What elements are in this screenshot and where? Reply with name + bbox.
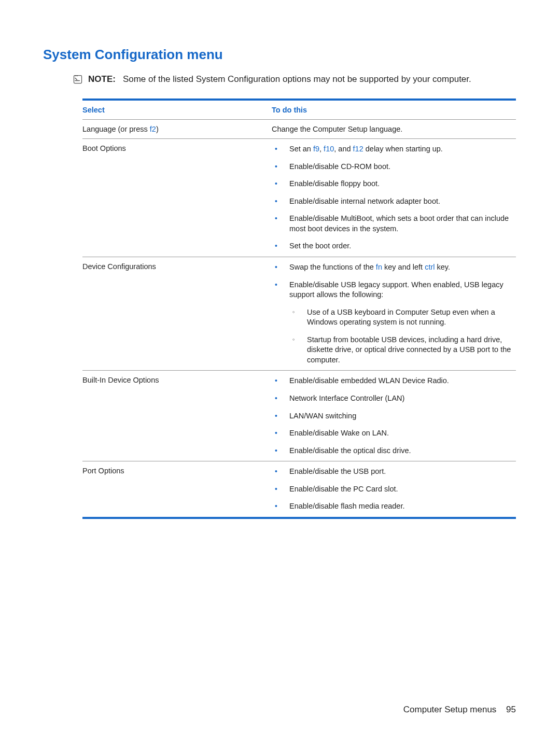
list-item: Enable/disable MultiBoot, which sets a b… [272,214,516,234]
kbd-key: fn [376,263,382,271]
list-item: Enable/disable the USB port. [272,467,516,477]
table-row: Boot OptionsSet an f9, f10, and f12 dela… [82,139,516,257]
table-row: Built-In Device OptionsEnable/disable em… [82,371,516,461]
select-cell: Port Options [82,461,272,518]
page-number: 95 [506,705,516,714]
footer-text: Computer Setup menus [403,705,497,714]
list-item: Enable/disable the optical disc drive. [272,446,516,456]
col-select: Select [82,100,272,120]
list-item: Enable/disable the PC Card slot. [272,484,516,495]
list-item: Set the boot order. [272,241,516,251]
page-heading: System Configuration menu [43,47,516,63]
config-table: Select To do this Language (or press f2)… [82,99,516,519]
note-label: NOTE: [88,74,116,85]
kbd-key: f2 [150,125,156,133]
table-row: Device ConfigurationsSwap the functions … [82,257,516,371]
bullet-list: Set an f9, f10, and f12 delay when start… [272,144,516,251]
list-item: Enable/disable floppy boot. [272,179,516,189]
kbd-key: f12 [353,145,363,153]
todo-cell: Set an f9, f10, and f12 delay when start… [272,139,516,257]
sub-list: Use of a USB keyboard in Computer Setup … [289,307,516,366]
note-icon [73,74,84,87]
select-cell: Boot Options [82,139,272,257]
todo-cell: Enable/disable embedded WLAN Device Radi… [272,371,516,461]
kbd-key: f9 [313,145,319,153]
bullet-list: Enable/disable the USB port.Enable/disab… [272,467,516,512]
sub-list-item: Use of a USB keyboard in Computer Setup … [289,307,516,328]
table-row: Port OptionsEnable/disable the USB port.… [82,461,516,518]
todo-cell: Change the Computer Setup language. [272,120,516,139]
note-text: Some of the listed System Configuration … [123,74,471,85]
select-cell: Device Configurations [82,257,272,371]
list-item: LAN/WAN switching [272,411,516,421]
list-item: Enable/disable internal network adapter … [272,196,516,207]
todo-cell: Enable/disable the USB port.Enable/disab… [272,461,516,518]
kbd-key: ctrl [425,263,435,271]
note-callout: NOTE: Some of the listed System Configur… [73,74,516,87]
list-item: Enable/disable Wake on LAN. [272,428,516,439]
select-cell: Language (or press f2) [82,120,272,139]
list-item: Enable/disable flash media reader. [272,501,516,512]
list-item: Enable/disable CD-ROM boot. [272,162,516,172]
list-item: Set an f9, f10, and f12 delay when start… [272,144,516,154]
list-item: Swap the functions of the fn key and lef… [272,262,516,273]
select-cell: Built-In Device Options [82,371,272,461]
list-item: Network Interface Controller (LAN) [272,393,516,404]
col-todo: To do this [272,100,516,120]
list-item: Enable/disable embedded WLAN Device Radi… [272,376,516,386]
page-footer: Computer Setup menus 95 [403,705,516,715]
svg-rect-0 [74,76,82,83]
list-item: Enable/disable USB legacy support. When … [272,280,516,366]
table-row: Language (or press f2)Change the Compute… [82,120,516,139]
bullet-list: Enable/disable embedded WLAN Device Radi… [272,376,516,456]
kbd-key: f10 [324,145,334,153]
todo-cell: Swap the functions of the fn key and lef… [272,257,516,371]
sub-list-item: Startup from bootable USB devices, inclu… [289,335,516,366]
bullet-list: Swap the functions of the fn key and lef… [272,262,516,366]
